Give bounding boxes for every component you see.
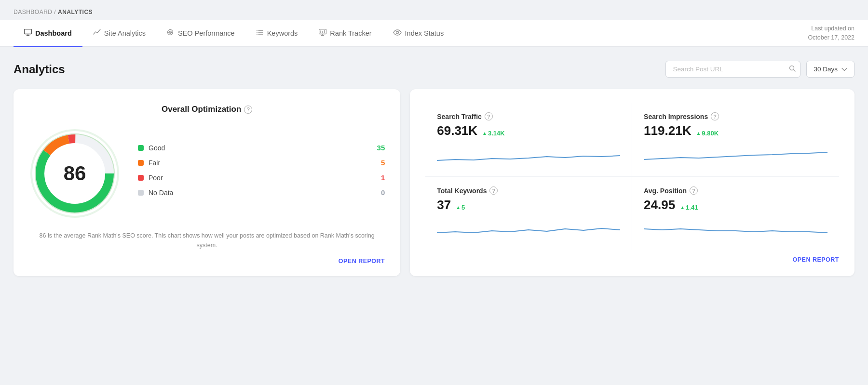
last-updated: Last updated on October 17, 2022 [808,24,854,42]
last-updated-label: Last updated on [811,25,854,32]
total-keywords-help-icon[interactable]: ? [489,186,498,195]
tab-keywords[interactable]: Keywords [245,20,309,47]
tab-bar: Dashboard Site Analytics SEO Performance [0,20,868,47]
search-traffic-help-icon[interactable]: ? [485,112,493,120]
search-url-wrap [665,61,800,78]
legend-nodata-count: 0 [381,188,385,197]
metric-total-keywords-value: 37 [437,198,451,212]
svg-point-9 [257,32,258,33]
svg-point-17 [396,31,398,34]
tab-seo-performance[interactable]: SEO Performance [156,20,245,47]
optimization-legend: Good 35 Fair 5 Poor 1 N [138,144,385,203]
metric-search-impressions-label: Search Impressions ? [644,112,827,120]
tab-dashboard[interactable]: Dashboard [14,20,82,47]
breadcrumb-current: ANALYTICS [58,9,93,15]
list-icon [256,29,264,37]
metric-total-keywords-label: Total Keywords ? [437,186,620,195]
cards-row: Overall Optimization ? [14,89,854,276]
card-optimization: Overall Optimization ? [14,89,400,276]
metrics-open-report[interactable]: OPEN REPORT [793,256,840,265]
legend-fair-label: Fair [149,159,381,167]
legend-fair-dot [138,160,144,166]
search-impressions-help-icon[interactable]: ? [711,112,719,120]
optimization-open-report[interactable]: OPEN REPORT [29,258,385,265]
eye-icon [393,29,402,37]
monitor-icon [24,29,32,37]
donut-score: 86 [64,162,86,185]
main-content: Analytics 30 Days [0,47,868,290]
metric-search-impressions-value-row: 119.21K 9.80K [644,123,827,138]
metric-avg-position: Avg. Position ? 24.95 1.41 [632,177,839,251]
legend-good: Good 35 [138,144,385,152]
seo-icon [167,29,175,37]
page-header: Analytics 30 Days [14,61,854,78]
legend-poor-count: 1 [381,173,385,182]
optimization-title: Overall Optimization ? [29,105,385,114]
sparkline-search-traffic [437,144,620,165]
svg-point-8 [257,30,258,31]
metric-search-impressions: Search Impressions ? 119.21K 9.80K [632,103,839,177]
metric-avg-position-delta: 1.41 [680,204,698,211]
legend-poor-label: Poor [149,174,381,182]
tab-seo-performance-label: SEO Performance [178,29,235,37]
tab-site-analytics-label: Site Analytics [104,29,146,37]
tab-keywords-label: Keywords [267,29,298,37]
legend-nodata: No Data 0 [138,188,385,197]
donut-chart: 86 [29,128,121,219]
metric-total-keywords: Total Keywords ? 37 5 [425,177,632,251]
breadcrumb-separator: / [54,9,58,15]
sparkline-total-keywords [437,218,620,239]
metric-search-traffic-value-row: 69.31K 3.14K [437,123,620,138]
days-dropdown[interactable]: 30 Days [806,61,854,78]
legend-good-count: 35 [377,144,385,152]
legend-good-dot [138,145,144,151]
metric-total-keywords-value-row: 37 5 [437,198,620,212]
metric-search-traffic-label: Search Traffic ? [437,112,620,120]
rank-icon [319,29,326,37]
metric-avg-position-value: 24.95 [644,198,675,212]
tab-rank-tracker[interactable]: Rank Tracker [308,20,382,47]
search-url-input[interactable] [665,61,800,78]
sparkline-avg-position [644,218,827,239]
sparkline-search-impressions [644,144,827,165]
optimization-description: 86 is the average Rank Math's SEO score.… [29,231,385,250]
legend-good-label: Good [149,144,377,152]
svg-rect-0 [25,29,32,34]
metric-avg-position-label: Avg. Position ? [644,186,827,195]
metric-search-impressions-delta: 9.80K [696,130,719,137]
tab-site-analytics[interactable]: Site Analytics [82,20,156,47]
tab-list: Dashboard Site Analytics SEO Performance [14,20,454,46]
tab-rank-tracker-label: Rank Tracker [330,29,371,37]
metric-search-impressions-value: 119.21K [644,123,691,138]
page-title: Analytics [14,63,65,76]
metric-total-keywords-delta: 5 [456,204,465,211]
last-updated-date: October 17, 2022 [808,34,854,41]
optimization-help-icon[interactable]: ? [244,106,252,114]
breadcrumb: DASHBOARD / ANALYTICS [0,0,868,20]
tab-dashboard-label: Dashboard [35,29,72,37]
legend-fair-count: 5 [381,159,385,167]
legend-fair: Fair 5 [138,159,385,167]
header-controls: 30 Days [665,61,854,78]
metric-avg-position-value-row: 24.95 1.41 [644,198,827,212]
metric-search-traffic-value: 69.31K [437,123,477,138]
card-metrics: Search Traffic ? 69.31K 3.14K Search Imp… [410,89,854,276]
legend-nodata-dot [138,190,144,196]
breadcrumb-prefix: DASHBOARD [14,9,53,15]
avg-position-help-icon[interactable]: ? [690,186,698,195]
chart-line-icon [93,29,101,37]
optimization-body: 86 Good 35 Fair 5 [29,128,385,219]
svg-point-10 [257,34,258,35]
legend-poor-dot [138,175,144,181]
metric-search-traffic: Search Traffic ? 69.31K 3.14K [425,103,632,177]
metrics-footer: OPEN REPORT [425,251,839,265]
days-dropdown-label: 30 Days [814,66,838,73]
legend-poor: Poor 1 [138,173,385,182]
tab-index-status[interactable]: Index Status [382,20,455,47]
tab-index-status-label: Index Status [405,29,444,37]
metric-search-traffic-delta: 3.14K [482,130,505,137]
legend-nodata-label: No Data [149,189,381,197]
